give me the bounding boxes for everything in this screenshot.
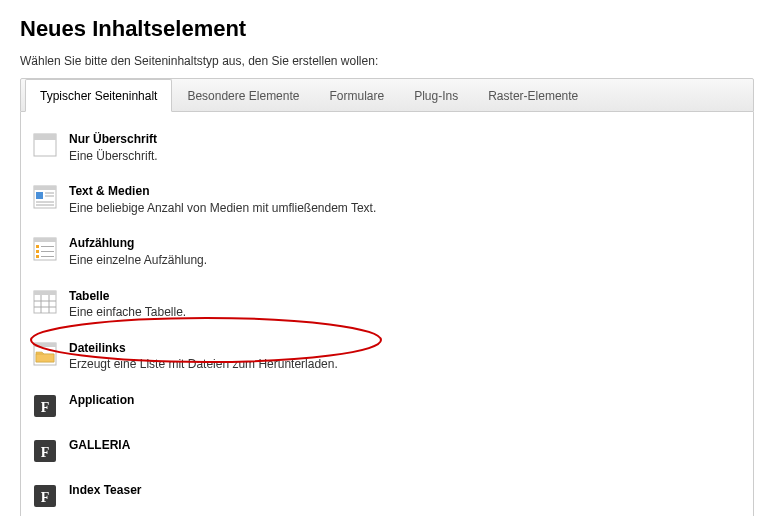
item-file-links[interactable]: Dateilinks Erzeugt eine Liste mit Dateie…: [25, 335, 749, 379]
intro-text: Wählen Sie bitte den Seiteninhaltstyp au…: [20, 54, 754, 68]
svg-rect-1: [34, 134, 56, 140]
application-icon: F: [33, 394, 57, 418]
svg-rect-3: [34, 186, 56, 190]
galleria-icon: F: [33, 439, 57, 463]
header-icon: [33, 133, 57, 157]
svg-rect-11: [36, 245, 39, 248]
bullet-list-icon: [33, 237, 57, 261]
tab-label: Besondere Elemente: [187, 89, 299, 103]
svg-rect-15: [36, 255, 39, 258]
item-desc: Erzeugt eine Liste mit Dateien zum Herun…: [69, 357, 338, 373]
item-bullet-list[interactable]: Aufzählung Eine einzelne Aufzählung.: [25, 230, 749, 274]
file-links-icon: [33, 342, 57, 366]
svg-text:F: F: [41, 399, 50, 414]
item-title: Application: [69, 393, 134, 409]
tabs-bar: Typischer Seiteninhalt Besondere Element…: [20, 78, 754, 112]
item-table[interactable]: Tabelle Eine einfache Tabelle.: [25, 283, 749, 327]
tab-forms[interactable]: Formulare: [314, 80, 399, 111]
item-title: Index Teaser: [69, 483, 141, 499]
item-header-only[interactable]: Nur Überschrift Eine Überschrift.: [25, 126, 749, 170]
svg-text:F: F: [41, 489, 50, 504]
index-teaser-icon: F: [33, 484, 57, 508]
page-title: Neues Inhaltselement: [20, 16, 754, 42]
tab-plugins[interactable]: Plug-Ins: [399, 80, 473, 111]
tab-label: Plug-Ins: [414, 89, 458, 103]
tab-grid-elements[interactable]: Raster-Elemente: [473, 80, 593, 111]
item-title: Nur Überschrift: [69, 132, 158, 148]
content-panel: Nur Überschrift Eine Überschrift. Text &…: [20, 112, 754, 516]
svg-text:F: F: [41, 444, 50, 459]
item-title: Dateilinks: [69, 341, 338, 357]
table-icon: [33, 290, 57, 314]
item-title: Tabelle: [69, 289, 186, 305]
item-title: Text & Medien: [69, 184, 376, 200]
item-galleria[interactable]: F GALLERIA: [25, 432, 749, 469]
item-desc: Eine einzelne Aufzählung.: [69, 253, 207, 269]
item-desc: Eine einfache Tabelle.: [69, 305, 186, 321]
tab-label: Raster-Elemente: [488, 89, 578, 103]
svg-rect-18: [34, 291, 56, 295]
tab-typical-content[interactable]: Typischer Seiteninhalt: [25, 79, 172, 112]
text-media-icon: [33, 185, 57, 209]
tab-label: Formulare: [329, 89, 384, 103]
svg-rect-13: [36, 250, 39, 253]
item-index-teaser[interactable]: F Index Teaser: [25, 477, 749, 514]
tab-special-elements[interactable]: Besondere Elemente: [172, 80, 314, 111]
item-title: GALLERIA: [69, 438, 130, 454]
item-desc: Eine Überschrift.: [69, 149, 158, 165]
item-title: Aufzählung: [69, 236, 207, 252]
svg-rect-24: [34, 343, 56, 347]
svg-rect-4: [36, 192, 43, 199]
tab-label: Typischer Seiteninhalt: [40, 89, 157, 103]
item-desc: Eine beliebige Anzahl von Medien mit umf…: [69, 201, 376, 217]
svg-rect-10: [34, 238, 56, 242]
svg-rect-25: [36, 354, 54, 362]
item-application[interactable]: F Application: [25, 387, 749, 424]
item-text-media[interactable]: Text & Medien Eine beliebige Anzahl von …: [25, 178, 749, 222]
